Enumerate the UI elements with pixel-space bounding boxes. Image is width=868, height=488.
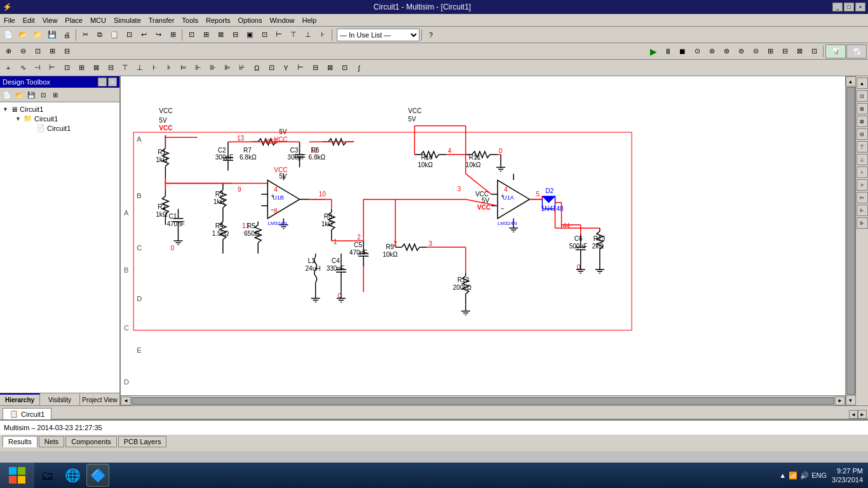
sim5[interactable]: ⊚ [705, 44, 719, 58]
close-button[interactable]: × [855, 3, 865, 11]
schematic-tab-circuit1[interactable]: 📋 Circuit1 [3, 408, 51, 419]
comp4[interactable]: ⊢ [45, 61, 59, 75]
tab-prev[interactable]: ◄ [849, 410, 858, 419]
tab-results[interactable]: Results [3, 436, 37, 447]
pause-btn[interactable]: ⏸ [661, 44, 675, 58]
open2-btn[interactable]: 📁 [31, 28, 44, 42]
right-btn-12[interactable]: ⊪ [857, 217, 868, 229]
right-btn-6[interactable]: ⊤ [857, 141, 868, 152]
right-btn-9[interactable]: ⊧ [857, 179, 868, 191]
tb12[interactable]: ▣ [243, 28, 257, 42]
right-btn-5[interactable]: ⊟ [857, 128, 868, 140]
sidebar-close[interactable]: × [108, 78, 117, 86]
paste-btn[interactable]: 📋 [107, 28, 121, 42]
comp14[interactable]: ⊩ [191, 61, 205, 75]
tree-circuit1[interactable]: ▼ 📁 Circuit1 [3, 114, 117, 123]
comp2[interactable]: ∿ [16, 61, 30, 75]
comp3[interactable]: ⊣ [31, 61, 44, 75]
right-btn-11[interactable]: ⊩ [857, 205, 868, 216]
zoom-plus-btn[interactable]: ⊕ [1, 44, 15, 58]
comp1[interactable]: + [1, 61, 15, 75]
tab-project-view[interactable]: Project View [80, 393, 119, 405]
menu-view[interactable]: View [39, 14, 62, 26]
comp9[interactable]: ⊤ [118, 61, 132, 75]
menu-edit[interactable]: Edit [19, 14, 39, 26]
tb10[interactable]: ⊠ [214, 28, 227, 42]
menu-file[interactable]: File [0, 14, 19, 26]
menu-transfer[interactable]: Transfer [145, 14, 179, 26]
comp22[interactable]: ⊟ [308, 61, 322, 75]
print-btn[interactable]: 🖨 [60, 28, 74, 42]
sidebar-save[interactable]: 💾 [25, 89, 37, 100]
right-btn-8[interactable]: ⊦ [857, 166, 868, 178]
tb16[interactable]: ⊥ [301, 28, 315, 42]
tb11[interactable]: ⊟ [228, 28, 242, 42]
zoom-fit-btn[interactable]: ⊡ [31, 44, 44, 58]
menu-place[interactable]: Place [61, 14, 86, 26]
comp15[interactable]: ⊪ [206, 61, 220, 75]
inst-btn[interactable]: 📈 [846, 44, 867, 58]
cut-btn[interactable]: ✂ [78, 28, 92, 42]
minimize-button[interactable]: _ [832, 3, 843, 11]
taskbar-browser[interactable]: 🌐 [61, 464, 84, 487]
comp8[interactable]: ⊟ [104, 61, 118, 75]
zoom-minus-btn[interactable]: ⊖ [16, 44, 30, 58]
right-btn-7[interactable]: ⊥ [857, 154, 868, 165]
grapher-btn[interactable]: 📊 [825, 44, 846, 58]
tree-circuit1-child[interactable]: 📄 Circuit1 [3, 123, 117, 133]
scroll-thumb-h[interactable] [132, 397, 834, 405]
comp10[interactable]: ⊥ [133, 61, 147, 75]
right-btn-1[interactable]: ▲ [857, 78, 868, 89]
sim6[interactable]: ⊛ [719, 44, 733, 58]
undo-btn[interactable]: ↩ [137, 28, 151, 42]
comp11[interactable]: ⊦ [147, 61, 161, 75]
maximize-button[interactable]: □ [844, 3, 854, 11]
tree-root[interactable]: ▼ 🖥 Circuit1 [3, 105, 117, 114]
menu-window[interactable]: Window [266, 14, 298, 26]
comp7[interactable]: ⊠ [89, 61, 103, 75]
right-btn-10[interactable]: ⊨ [857, 192, 868, 203]
scroll-left[interactable]: ◄ [121, 396, 131, 405]
sim7[interactable]: ⊜ [734, 44, 748, 58]
sidebar-tb5[interactable]: ⊞ [50, 89, 61, 100]
help-btn[interactable]: ? [424, 28, 438, 42]
start-button[interactable] [0, 463, 34, 488]
comp12[interactable]: ⊧ [162, 61, 176, 75]
tab-visibility[interactable]: Visibility [40, 393, 80, 405]
tb15[interactable]: ⊤ [287, 28, 301, 42]
comp13[interactable]: ⊨ [177, 61, 191, 75]
zoom-full-btn[interactable]: ⊟ [60, 44, 74, 58]
sim11[interactable]: ⊠ [792, 44, 806, 58]
comp-btn[interactable]: ⊡ [184, 28, 198, 42]
menu-options[interactable]: Options [234, 14, 266, 26]
comp21[interactable]: ⊢ [294, 61, 308, 75]
sidebar-minimize[interactable]: _ [98, 78, 107, 86]
sim12[interactable]: ⊡ [807, 44, 821, 58]
run-btn[interactable]: ▶ [646, 44, 660, 58]
sidebar-tb4[interactable]: ⊡ [37, 89, 49, 100]
zoom-area-btn[interactable]: ⊞ [45, 44, 59, 58]
comp19[interactable]: ⊡ [264, 61, 278, 75]
schematic-area[interactable]: ▲ ▼ A B C D E VCC 5V VCC R1 1kΩ R2 [121, 76, 855, 405]
sidebar-open[interactable]: 📂 [13, 89, 25, 100]
tab-nets[interactable]: Nets [39, 436, 65, 447]
sim10[interactable]: ⊟ [778, 44, 792, 58]
wire-btn[interactable]: ⊞ [199, 28, 213, 42]
comp23[interactable]: ⊠ [323, 61, 337, 75]
comp20[interactable]: Y [279, 61, 293, 75]
sim9[interactable]: ⊞ [763, 44, 777, 58]
sim8[interactable]: ⊝ [749, 44, 763, 58]
in-use-list-dropdown[interactable]: — In Use List — [337, 29, 419, 41]
sidebar-new[interactable]: 📄 [1, 89, 13, 100]
comp25[interactable]: ∫ [352, 61, 366, 75]
taskbar-app[interactable]: 🔷 [86, 464, 109, 487]
comp6[interactable]: ⊞ [74, 61, 88, 75]
tb17[interactable]: ⊦ [316, 28, 330, 42]
taskbar-files[interactable]: 🗂 [36, 464, 58, 487]
scroll-right[interactable]: ► [835, 396, 845, 405]
comp17[interactable]: ⊬ [235, 61, 249, 75]
comp18[interactable]: Ω [250, 61, 264, 75]
right-btn-2[interactable]: ⊡ [857, 90, 868, 102]
stop-btn[interactable]: ⏹ [675, 44, 689, 58]
sim4[interactable]: ⊙ [690, 44, 704, 58]
